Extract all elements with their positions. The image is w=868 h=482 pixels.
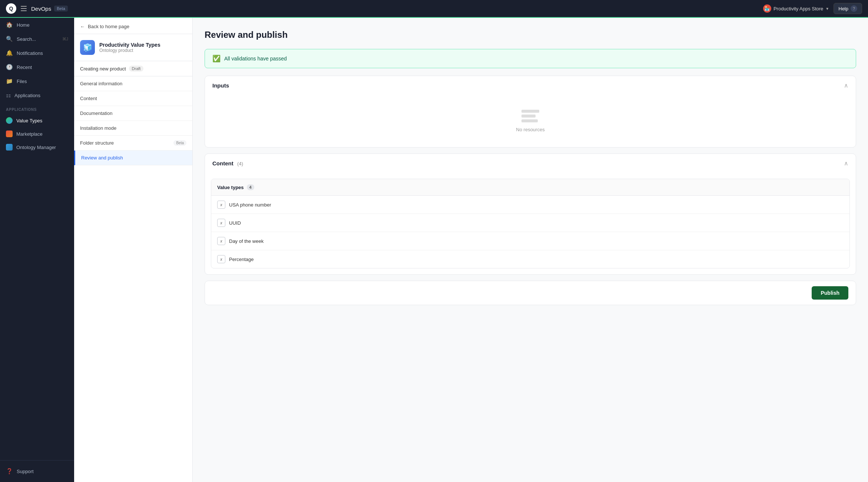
validation-text: All validations have passed	[224, 56, 287, 62]
content-section-body: Value types 4 x USA phone number x UUID …	[205, 173, 856, 274]
value-type-icon-3: x	[217, 237, 225, 245]
publish-bar: Publish	[205, 281, 856, 305]
sidebar-bottom: ❓ Support	[0, 460, 74, 482]
empty-line-2	[521, 115, 536, 118]
menu-icon[interactable]	[21, 6, 27, 11]
content-section-header[interactable]: Content (4) ∧	[205, 154, 856, 173]
value-type-icon-1: x	[217, 201, 225, 209]
validation-banner: ✅ All validations have passed	[205, 49, 856, 68]
sidebar-item-ontology-manager[interactable]: Ontology Manager	[0, 141, 74, 154]
inputs-empty-state: No resources	[205, 95, 856, 147]
value-types-header: Value types 4	[211, 179, 849, 196]
nav-item-documentation[interactable]: Documentation	[74, 106, 192, 121]
support-icon: ❓	[6, 468, 13, 475]
store-selector[interactable]: 🏪 Productivity Apps Store ▼	[763, 4, 829, 13]
value-types-label: Value types	[217, 185, 244, 190]
home-icon: 🏠	[6, 22, 13, 28]
value-types-icon	[6, 117, 13, 124]
empty-icon	[521, 110, 539, 122]
page-title: Review and publish	[205, 30, 856, 40]
nav-item-general[interactable]: General information	[74, 76, 192, 91]
folder-beta-badge: Beta	[173, 140, 186, 146]
recent-icon: 🕐	[6, 64, 13, 70]
value-type-name-1: USA phone number	[229, 202, 271, 208]
list-item: x UUID	[211, 214, 849, 232]
search-shortcut: ⌘J	[62, 37, 69, 42]
empty-line-3	[521, 119, 538, 122]
sidebar-item-value-types[interactable]: Value Types	[0, 114, 74, 127]
app-name: DevOps Beta	[31, 6, 68, 12]
inputs-section: Inputs ∧ No resources	[205, 76, 856, 148]
list-item: x Day of the week	[211, 232, 849, 250]
sidebar-section-label: APPLICATIONS	[0, 102, 74, 114]
help-icon: ?	[851, 5, 857, 12]
nav-item-folder-structure[interactable]: Folder structure Beta	[74, 136, 192, 151]
nav-item-review-publish[interactable]: Review and publish	[74, 151, 192, 165]
product-subtitle: Ontology product	[99, 48, 160, 53]
sidebar-item-files[interactable]: 📁 Files	[0, 74, 74, 88]
nav-item-content[interactable]: Content	[74, 91, 192, 106]
main-container: 🏠 Home 🔍 Search... ⌘J 🔔 Notifications 🕐 …	[0, 18, 868, 482]
sidebar-item-search[interactable]: 🔍 Search... ⌘J	[0, 32, 74, 46]
draft-badge: Draft	[129, 66, 144, 72]
nav-item-installation[interactable]: Installation mode	[74, 121, 192, 136]
value-type-icon-2: x	[217, 219, 225, 227]
inputs-section-header[interactable]: Inputs ∧	[205, 76, 856, 95]
applications-icon: ⚏	[6, 92, 11, 99]
content-count: (4)	[237, 161, 243, 166]
files-icon: 📁	[6, 78, 13, 85]
list-item: x USA phone number	[211, 196, 849, 214]
search-icon: 🔍	[6, 36, 13, 42]
ontology-manager-icon	[6, 144, 13, 151]
sidebar-item-marketplace[interactable]: Marketplace	[0, 127, 74, 141]
product-icon: 🧊	[80, 40, 95, 55]
store-icon: 🏪	[763, 4, 771, 13]
logo-icon[interactable]: Q	[6, 3, 16, 14]
sidebar-item-home[interactable]: 🏠 Home	[0, 18, 74, 32]
notifications-icon: 🔔	[6, 50, 13, 56]
value-type-name-3: Day of the week	[229, 238, 264, 244]
content-area: Review and publish ✅ All validations hav…	[193, 18, 868, 482]
sidebar-item-support[interactable]: ❓ Support	[0, 464, 74, 478]
help-button[interactable]: Help ?	[834, 3, 862, 14]
sidebar-item-notifications[interactable]: 🔔 Notifications	[0, 46, 74, 60]
beta-badge: Beta	[54, 6, 68, 11]
empty-line-1	[521, 110, 539, 113]
list-item: x Percentage	[211, 250, 849, 268]
folder-structure-row: Folder structure Beta	[80, 140, 186, 146]
back-arrow-icon: ←	[80, 24, 85, 29]
content-chevron-icon: ∧	[844, 160, 848, 167]
store-name: Productivity Apps Store	[773, 6, 823, 11]
marketplace-icon	[6, 131, 13, 137]
empty-text: No resources	[516, 127, 544, 132]
value-types-count-badge: 4	[247, 184, 254, 190]
publish-button[interactable]: Publish	[812, 286, 848, 300]
inputs-title: Inputs	[212, 82, 229, 89]
content-section: Content (4) ∧ Value types 4 x USA phone …	[205, 153, 856, 275]
value-types-card: Value types 4 x USA phone number x UUID …	[211, 179, 850, 268]
value-type-name-4: Percentage	[229, 257, 254, 262]
sidebar: 🏠 Home 🔍 Search... ⌘J 🔔 Notifications 🕐 …	[0, 18, 74, 482]
topbar-right: 🏪 Productivity Apps Store ▼ Help ?	[763, 3, 862, 14]
dropdown-chevron-icon: ▼	[825, 7, 829, 11]
inputs-chevron-icon: ∧	[844, 82, 848, 89]
value-type-name-2: UUID	[229, 220, 241, 226]
validation-check-icon: ✅	[212, 55, 221, 63]
product-header: 🧊 Productivity Value Types Ontology prod…	[74, 34, 192, 61]
topbar-left: Q DevOps Beta	[6, 3, 68, 14]
sidebar-item-recent[interactable]: 🕐 Recent	[0, 60, 74, 74]
mid-panel: ← Back to home page 🧊 Productivity Value…	[74, 18, 193, 482]
sidebar-item-applications[interactable]: ⚏ Applications	[0, 88, 74, 102]
topbar: Q DevOps Beta 🏪 Productivity Apps Store …	[0, 0, 868, 18]
product-name: Productivity Value Types	[99, 42, 160, 48]
product-info: Productivity Value Types Ontology produc…	[99, 42, 160, 53]
content-section-title-group: Content (4)	[212, 160, 243, 167]
creating-banner: Creating new product Draft	[74, 61, 192, 76]
value-type-icon-4: x	[217, 255, 225, 263]
content-title: Content	[212, 160, 233, 166]
back-button[interactable]: ← Back to home page	[74, 18, 192, 34]
